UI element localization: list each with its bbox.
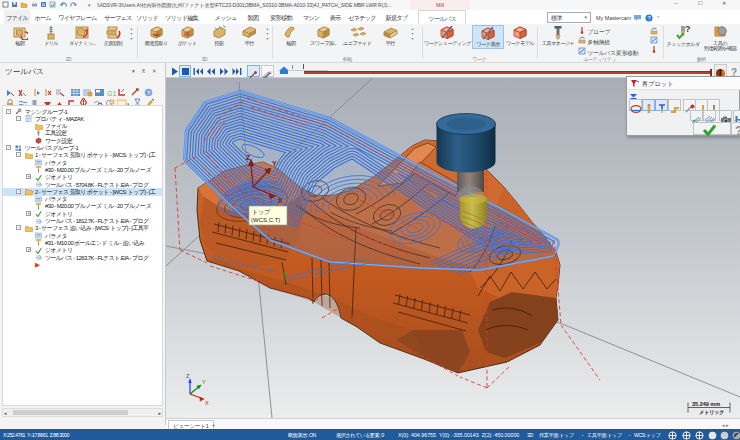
svg-text:Y: Y	[202, 379, 206, 385]
svg-text:?: ?	[647, 15, 650, 21]
svg-text:35.249 mm: 35.249 mm	[692, 401, 720, 407]
svg-text:?: ?	[685, 25, 690, 34]
svg-text:?: ?	[735, 124, 740, 137]
svg-text:Y: Y	[272, 160, 277, 167]
svg-text:X: X	[278, 197, 283, 204]
svg-text:(WCS,C,T): (WCS,C,T)	[251, 217, 280, 223]
svg-text:X: X	[205, 400, 209, 406]
svg-text:Z: Z	[246, 154, 251, 161]
svg-text:メトリック: メトリック	[699, 409, 724, 416]
svg-text:トップ: トップ	[252, 209, 271, 215]
